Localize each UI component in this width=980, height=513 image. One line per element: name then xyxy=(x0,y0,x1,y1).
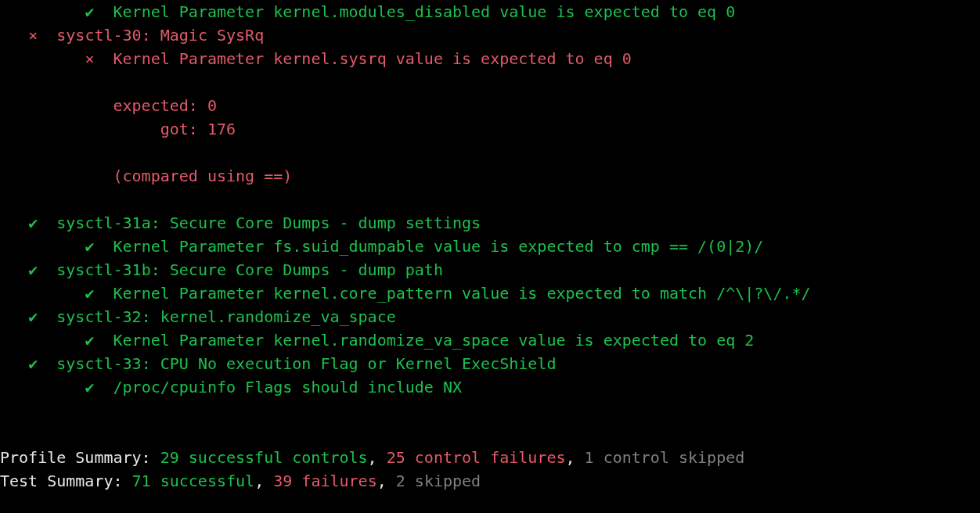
output-line xyxy=(0,188,980,211)
summary-label: Test Summary: xyxy=(0,472,132,490)
summary-failures: 25 control failures xyxy=(387,448,566,467)
line-text: sysctl-33: CPU No execution Flag or Kern… xyxy=(56,354,556,373)
summary-skipped: 2 skipped xyxy=(396,472,481,490)
line-text: Kernel Parameter kernel.core_pattern val… xyxy=(113,284,811,303)
output-line: ✔ /proc/cpuinfo Flags should include NX xyxy=(0,375,980,399)
output-line: ✔ sysctl-33: CPU No execution Flag or Ke… xyxy=(0,352,980,375)
summary-success: 29 successful controls xyxy=(160,448,368,467)
line-text: sysctl-30: Magic SysRq xyxy=(56,26,264,45)
summary-skipped: 1 control skipped xyxy=(585,448,745,467)
line-text: expected: 0 xyxy=(113,96,217,115)
line-text: Kernel Parameter kernel.randomize_va_spa… xyxy=(113,331,755,350)
output-line: ✔ sysctl-31a: Secure Core Dumps - dump s… xyxy=(0,211,980,235)
terminal-output: ✔ Kernel Parameter kernel.modules_disabl… xyxy=(0,0,980,493)
line-text: Kernel Parameter kernel.sysrq value is e… xyxy=(113,49,632,68)
status-mark: ✔ xyxy=(28,213,38,232)
output-line: ✔ Kernel Parameter fs.suid_dumpable valu… xyxy=(0,235,980,258)
summary-failures: 39 failures xyxy=(273,472,377,490)
output-line: × Kernel Parameter kernel.sysrq value is… xyxy=(0,47,980,70)
status-mark: ✔ xyxy=(85,2,94,21)
output-line: ✔ Kernel Parameter kernel.core_pattern v… xyxy=(0,282,980,305)
output-line xyxy=(0,70,980,94)
output-line: ✔ sysctl-31b: Secure Core Dumps - dump p… xyxy=(0,258,980,282)
line-text: sysctl-32: kernel.randomize_va_space xyxy=(56,307,395,326)
status-mark: ✔ xyxy=(28,354,38,373)
output-line xyxy=(0,141,980,164)
status-mark: ✔ xyxy=(85,237,94,256)
line-text: /proc/cpuinfo Flags should include NX xyxy=(113,378,463,396)
status-mark: ✔ xyxy=(85,378,94,396)
output-line xyxy=(0,422,980,446)
output-line: (compared using ==) xyxy=(0,164,980,188)
output-line: ✔ Kernel Parameter kernel.randomize_va_s… xyxy=(0,328,980,352)
status-mark: × xyxy=(85,49,94,68)
status-mark: ✔ xyxy=(28,307,38,326)
output-line: × sysctl-30: Magic SysRq xyxy=(0,23,980,47)
line-text: sysctl-31a: Secure Core Dumps - dump set… xyxy=(56,213,481,232)
summary-label: Profile Summary: xyxy=(0,448,160,467)
line-text: sysctl-31b: Secure Core Dumps - dump pat… xyxy=(56,260,443,279)
line-text: Kernel Parameter fs.suid_dumpable value … xyxy=(113,237,764,256)
output-line: ✔ sysctl-32: kernel.randomize_va_space xyxy=(0,305,980,328)
output-line: ✔ Kernel Parameter kernel.modules_disabl… xyxy=(0,0,980,23)
output-line: got: 176 xyxy=(0,117,980,141)
test-summary: Test Summary: 71 successful, 39 failures… xyxy=(0,469,980,493)
summary-success: 71 successful xyxy=(132,472,255,490)
output-line: expected: 0 xyxy=(0,94,980,117)
status-mark: ✔ xyxy=(85,284,94,303)
profile-summary: Profile Summary: 29 successful controls,… xyxy=(0,446,980,469)
status-mark: ✔ xyxy=(28,260,38,279)
output-line xyxy=(0,399,980,422)
status-mark: × xyxy=(28,26,38,45)
line-text: (compared using ==) xyxy=(113,167,293,185)
status-mark: ✔ xyxy=(85,331,94,350)
line-text: Kernel Parameter kernel.modules_disabled… xyxy=(113,2,736,21)
line-text: got: 176 xyxy=(113,120,236,138)
